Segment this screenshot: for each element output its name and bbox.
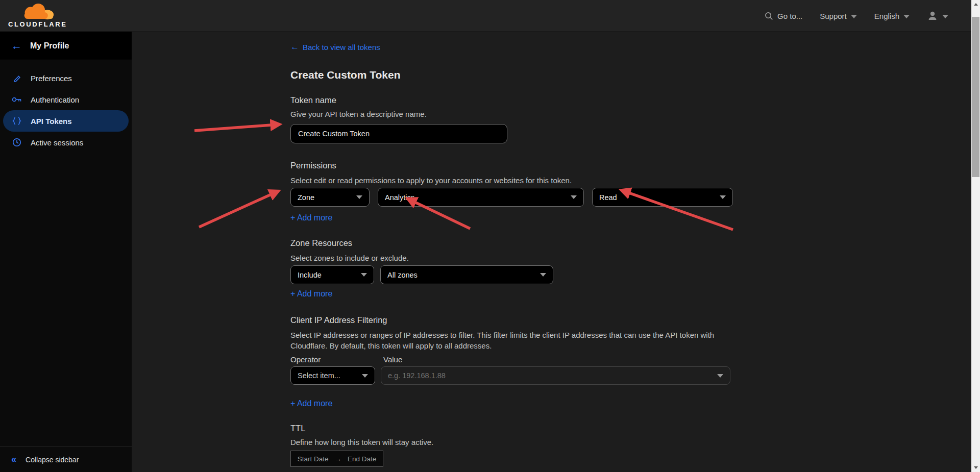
- zone-resources-label: Zone Resources: [290, 238, 971, 248]
- permissions-label: Permissions: [290, 161, 971, 170]
- top-nav: Go to... Support English: [765, 0, 948, 32]
- dropdown-chevron-icon: [720, 195, 726, 199]
- permission-type-select[interactable]: Zone: [290, 188, 370, 207]
- language-menu[interactable]: English: [874, 12, 910, 20]
- zone-include-select[interactable]: Include: [290, 265, 374, 284]
- sidebar: ← My Profile Preferences: [0, 32, 132, 472]
- dropdown-chevron-icon: [356, 195, 362, 199]
- permission-level-value: Read: [599, 193, 617, 202]
- ttl-description: Define how long this token will stay act…: [290, 437, 971, 448]
- arrow-right-icon: →: [334, 455, 341, 463]
- operator-placeholder: Select item...: [298, 371, 340, 380]
- token-name-input[interactable]: [290, 124, 507, 143]
- triangle-up-icon: [974, 3, 978, 6]
- zone-scope-value: All zones: [387, 271, 418, 279]
- back-to-tokens-link[interactable]: ← Back to view all tokens: [290, 42, 380, 52]
- zone-scope-select[interactable]: All zones: [380, 265, 553, 284]
- goto-search-button[interactable]: Go to...: [765, 12, 802, 20]
- permission-scope-value: Analytics: [385, 193, 414, 202]
- permission-level-select[interactable]: Read: [592, 188, 733, 207]
- user-icon: [927, 10, 938, 21]
- zone-resources-add-more-link[interactable]: + Add more: [290, 289, 332, 299]
- cloudflare-dashboard: CLOUDFLARE Go to... Support English: [0, 0, 980, 472]
- permissions-description: Select edit or read permissions to apply…: [290, 175, 971, 186]
- operator-label: Operator: [290, 355, 383, 364]
- pencil-icon: [11, 73, 22, 83]
- triangle-down-icon: [974, 466, 978, 469]
- cloudflare-cloud-icon: [18, 4, 58, 20]
- ttl-label: TTL: [290, 424, 971, 433]
- chevron-down-icon: [942, 15, 948, 18]
- top-bar: CLOUDFLARE Go to... Support English: [0, 0, 971, 32]
- token-name-label: Token name: [290, 95, 971, 105]
- clock-icon: [11, 138, 22, 147]
- value-placeholder: e.g. 192.168.1.88: [388, 371, 446, 380]
- sidebar-title: My Profile: [30, 41, 69, 51]
- ip-filtering-add-more-link[interactable]: + Add more: [290, 399, 332, 408]
- sidebar-item-label: Preferences: [31, 74, 72, 83]
- ttl-date-range-picker[interactable]: Start Date → End Date: [290, 451, 383, 467]
- support-menu[interactable]: Support: [820, 12, 857, 20]
- braces-icon: [11, 116, 22, 126]
- collapse-sidebar-label: Collapse sidebar: [26, 456, 79, 464]
- vertical-scrollbar: [971, 0, 980, 472]
- token-name-description: Give your API token a descriptive name.: [290, 109, 971, 119]
- chevron-down-icon: [903, 15, 910, 18]
- permission-type-value: Zone: [298, 193, 314, 202]
- key-icon: [11, 95, 22, 104]
- permissions-add-more-link[interactable]: + Add more: [290, 213, 332, 222]
- permission-scope-select[interactable]: Analytics: [378, 188, 584, 207]
- zone-include-value: Include: [298, 271, 322, 279]
- dropdown-chevron-icon: [540, 273, 546, 277]
- collapse-sidebar-button[interactable]: « Collapse sidebar: [0, 446, 132, 472]
- cloudflare-logo[interactable]: CLOUDFLARE: [8, 4, 67, 28]
- language-label: English: [874, 12, 899, 20]
- zone-resources-description: Select zones to include or exclude.: [290, 253, 971, 263]
- chevron-down-icon: [851, 15, 857, 18]
- permissions-row: Zone Analytics Read: [290, 188, 971, 207]
- scrollbar-thumb[interactable]: [972, 17, 979, 177]
- back-arrow-icon[interactable]: ←: [11, 40, 22, 52]
- sidebar-nav: Preferences Authentication: [0, 60, 132, 153]
- zone-resources-row: Include All zones: [290, 265, 971, 284]
- sidebar-item-api-tokens[interactable]: API Tokens: [3, 110, 129, 132]
- account-menu[interactable]: [927, 10, 948, 21]
- sidebar-header: ← My Profile: [0, 32, 132, 60]
- sidebar-item-label: Active sessions: [31, 138, 83, 147]
- ttl-start-date: Start Date: [298, 455, 329, 463]
- sidebar-item-preferences[interactable]: Preferences: [0, 67, 132, 89]
- value-label: Value: [383, 355, 402, 364]
- page-title: Create Custom Token: [290, 69, 971, 81]
- sidebar-item-label: Authentication: [31, 95, 79, 104]
- dropdown-chevron-icon: [361, 273, 367, 277]
- operator-select[interactable]: Select item...: [290, 366, 375, 385]
- logo-wordmark: CLOUDFLARE: [8, 20, 67, 28]
- sidebar-item-authentication[interactable]: Authentication: [0, 89, 132, 110]
- back-arrow-icon: ←: [290, 42, 299, 52]
- dropdown-chevron-icon: [571, 195, 577, 199]
- back-link-label: Back to view all tokens: [303, 43, 380, 52]
- value-select[interactable]: e.g. 192.168.1.88: [381, 366, 730, 385]
- goto-label: Go to...: [777, 12, 802, 20]
- dropdown-chevron-icon: [362, 374, 368, 378]
- ip-filtering-column-labels: Operator Value: [290, 355, 971, 364]
- sidebar-item-active-sessions[interactable]: Active sessions: [0, 132, 132, 153]
- dropdown-chevron-icon: [717, 374, 723, 378]
- support-label: Support: [820, 12, 847, 20]
- scrollbar-up-button[interactable]: [971, 0, 980, 9]
- double-chevron-left-icon: «: [11, 454, 16, 465]
- scrollbar-down-button[interactable]: [971, 463, 980, 472]
- main-content: ← Back to view all tokens Create Custom …: [132, 32, 971, 472]
- sidebar-item-label: API Tokens: [31, 117, 72, 126]
- ip-filtering-label: Client IP Address Filtering: [290, 315, 971, 325]
- ip-filtering-description: Select IP addresses or ranges of IP addr…: [290, 330, 729, 351]
- ttl-end-date: End Date: [348, 455, 376, 463]
- ip-filtering-row: Select item... e.g. 192.168.1.88: [290, 366, 971, 385]
- search-icon: [765, 12, 773, 20]
